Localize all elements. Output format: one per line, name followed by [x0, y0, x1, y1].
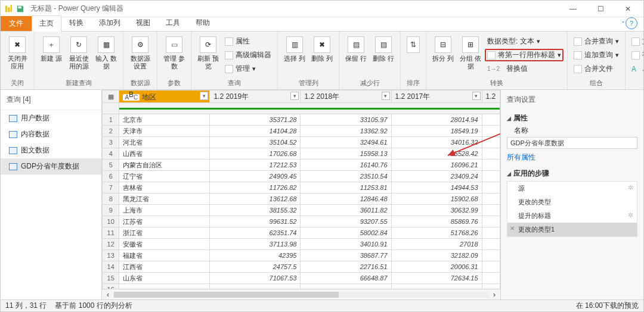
keep-rows-button[interactable]: ▤保留 行 [343, 34, 369, 77]
vision-button[interactable]: 视觉 [629, 49, 644, 61]
status-rowcol: 11 列，31 行 [5, 301, 47, 311]
table-row[interactable]: 6辽宁省24909.4523510.5423409.24 [103, 171, 500, 182]
corner-cell[interactable]: ▦ [103, 91, 119, 103]
svg-rect-2 [11, 5, 13, 12]
table-row[interactable]: 16 [103, 284, 500, 289]
use-first-row-header-button[interactable]: 将第一行用作标题 ▾ [485, 49, 564, 61]
applied-step[interactable]: 提升的标题✲ [507, 209, 637, 223]
status-bar: 11 列，31 行 基于前 1000 行的列分析 在 16:00下载的预览 [1, 299, 643, 311]
new-source-button[interactable]: ＋新建 源 [38, 34, 64, 77]
replace-values-button[interactable]: 1→2 替换值 [485, 63, 564, 75]
table-row[interactable]: 12安徽省37113.9834010.9127018 [103, 239, 500, 250]
advanced-editor-button[interactable]: 高级编辑器 [222, 49, 274, 61]
query-settings-panel: 查询设置 ◢属性 名称 所有属性 ◢应用的步骤 源✲更改的类型提升的标题✲更改的… [500, 90, 643, 299]
merge-queries-button[interactable]: 合并查询 ▾ [571, 35, 621, 48]
query-item[interactable]: 用户数据 [1, 110, 101, 126]
table-row[interactable]: 2天津市14104.2813362.9218549.19 [103, 126, 500, 137]
table-row[interactable]: 3河北省35104.5232494.6134016.32 [103, 137, 500, 148]
table-icon [9, 147, 17, 154]
query-name-input[interactable] [507, 137, 637, 149]
tab-help[interactable]: 帮助 [188, 15, 218, 31]
query-item[interactable]: GDP分省年度数据 [1, 158, 101, 174]
svg-rect-0 [5, 5, 8, 12]
remove-columns-button[interactable]: ✖删除 列 [309, 34, 335, 77]
manage-params-button[interactable]: ▭管理 参数 [161, 34, 187, 77]
table-row[interactable]: 9上海市38155.3236011.8230632.99 [103, 205, 500, 216]
groupby-button[interactable]: ⊞分组 依据 [457, 34, 484, 77]
tab-file[interactable]: 文件 [1, 16, 32, 31]
data-grid[interactable]: ▦ ABC地区▾ 1.2 2019年▾ 1.2 2018年▾ 1.2 2017年… [102, 90, 500, 289]
svg-rect-3 [18, 6, 21, 8]
svg-rect-1 [8, 7, 10, 12]
table-row[interactable]: 15山东省71067.5366648.8772634.15 [103, 273, 500, 284]
table-row[interactable]: 14江西省24757.522716.5120006.31 [103, 261, 500, 273]
query-item[interactable]: 内容数据 [1, 126, 101, 142]
table-row[interactable]: 11浙江省62351.7458002.8451768.26 [103, 227, 500, 239]
table-row[interactable]: 4山西省17026.6815958.1315528.42 [103, 148, 500, 160]
tab-addcolumn[interactable]: 添加列 [91, 15, 128, 31]
col-2017[interactable]: 1.2 2017年▾ [391, 91, 482, 103]
query-item[interactable]: 图文数据 [1, 142, 101, 158]
text-analytics-button[interactable]: 文本分析 [629, 35, 644, 48]
col-last[interactable]: 1.2 [482, 91, 500, 103]
settings-title: 查询设置 [507, 95, 637, 105]
gear-icon[interactable]: ✲ [628, 184, 633, 192]
close-button[interactable]: ✕ [616, 1, 640, 17]
choose-columns-button[interactable]: ▥选择 列 [281, 34, 308, 77]
table-row[interactable]: 13福建省4239538687.7732182.09 [103, 250, 500, 261]
main-area: 查询 [4] 用户数据内容数据图文数据GDP分省年度数据 ▦ ABC地区▾ 1.… [1, 90, 643, 299]
manage-button[interactable]: 管理 ▾ [222, 63, 274, 75]
append-queries-button[interactable]: 追加查询 ▾ [571, 49, 621, 61]
combine-files-button[interactable]: 合并文件 [571, 63, 621, 75]
all-properties-link[interactable]: 所有属性 [507, 152, 637, 163]
col-2019[interactable]: 1.2 2019年▾ [210, 91, 301, 103]
table-row[interactable]: 8黑龙江省13612.6812846.4815902.68 [103, 194, 500, 205]
split-column-button[interactable]: ⊟拆分 列 [430, 34, 456, 77]
gear-icon[interactable]: ✲ [628, 211, 633, 219]
close-apply-button[interactable]: ✖关闭并 应用 [4, 34, 30, 77]
table-row[interactable]: 10江苏省99631.5293207.5585869.76 [103, 216, 500, 227]
applied-step[interactable]: 更改的类型1 [507, 223, 637, 236]
sort-button[interactable]: ⇅ [404, 34, 422, 77]
data-grid-area: ▦ ABC地区▾ 1.2 2019年▾ 1.2 2018年▾ 1.2 2017年… [102, 90, 500, 299]
maximize-button[interactable]: ☐ [589, 1, 612, 17]
datatype-button[interactable]: 数据类型: 文本 ▾ [485, 35, 564, 48]
col-2018[interactable]: 1.2 2018年▾ [301, 91, 391, 103]
datasource-settings-button[interactable]: ⚙数据源 设置 [127, 34, 153, 77]
refresh-preview-button[interactable]: ⟳刷新 预览 [195, 34, 221, 77]
tab-view[interactable]: 视图 [128, 15, 158, 31]
table-icon [9, 163, 17, 170]
tab-transform[interactable]: 转换 [61, 15, 91, 31]
azure-ml-button[interactable]: A Azure 机器学习 [629, 63, 644, 75]
help-button[interactable]: ? [626, 17, 637, 29]
col-region[interactable]: ABC地区▾ [119, 91, 210, 103]
applied-step[interactable]: 更改的类型 [507, 195, 637, 209]
table-row[interactable]: 1北京市35371.2833105.9728014.94 [103, 114, 500, 126]
tab-home[interactable]: 主页 [32, 15, 61, 32]
enter-data-button[interactable]: ▦输入 数据 [93, 34, 119, 77]
window-title: 无标题 - Power Query 编辑器 [30, 4, 123, 14]
table-icon [9, 115, 17, 122]
table-row[interactable]: 7吉林省11726.8211253.8114944.53 [103, 182, 500, 194]
remove-rows-button[interactable]: ▤删除 行 [370, 34, 397, 77]
app-icon [4, 5, 13, 13]
queries-header: 查询 [4] [1, 90, 101, 110]
horizontal-scrollbar[interactable]: ‹ › [102, 289, 500, 299]
table-icon [9, 131, 17, 138]
table-row[interactable]: 5内蒙古自治区17212.5316140.7616096.21 [103, 160, 500, 171]
minimize-button[interactable]: — [561, 1, 585, 17]
ribbon-tabs: 文件 主页 转换 添加列 视图 工具 帮助 ˇ ? [1, 17, 643, 32]
save-icon[interactable] [16, 5, 24, 13]
applied-step[interactable]: 源✲ [507, 182, 637, 195]
scroll-left-icon[interactable]: ‹ [107, 291, 109, 299]
status-download-time: 在 16:00下载的预览 [576, 301, 639, 311]
chevron-up-icon[interactable]: ˇ [622, 21, 624, 29]
tab-tools[interactable]: 工具 [158, 15, 188, 31]
properties-button[interactable]: 属性 [222, 35, 274, 48]
ribbon: ✖关闭并 应用关闭 ＋新建 源 ↻最近使 用的源 ▦输入 数据 新建查询 ⚙数据… [1, 32, 643, 90]
scroll-right-icon[interactable]: › [493, 291, 496, 299]
queries-panel: 查询 [4] 用户数据内容数据图文数据GDP分省年度数据 [1, 90, 102, 299]
recent-source-button[interactable]: ↻最近使 用的源 [66, 34, 92, 77]
status-profiling: 基于前 1000 行的列分析 [55, 301, 132, 311]
